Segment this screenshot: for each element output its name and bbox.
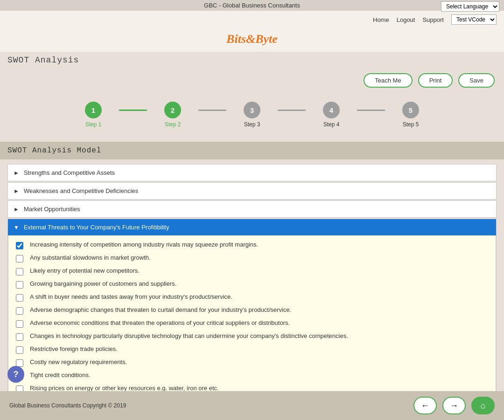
nav-bar: Home Logout Support Test VCode [0, 11, 504, 28]
step-2-circle: 2 [164, 102, 181, 118]
connector-1-2 [119, 110, 147, 111]
checklist-label-t9: Restrictive foreign trade policies. [30, 345, 118, 352]
checklist-label-t5: A shift in buyer needs and tastes away f… [30, 293, 232, 300]
chevron-down-icon: ▼ [14, 224, 19, 231]
page-title-bar: SWOT Analysis [0, 52, 504, 69]
checklist-item: Likely entry of potential new competitor… [16, 267, 488, 275]
checklist-item: Costly new regulatory requirements. [16, 358, 488, 367]
step-5-circle: 5 [402, 102, 419, 118]
footer: Global Business Consultants Copyright © … [0, 391, 504, 420]
connector-4-5 [357, 110, 385, 111]
step-3[interactable]: 3 Step 3 [226, 102, 278, 128]
checklist-item: Restrictive foreign trade policies. [16, 345, 488, 354]
step-4-circle: 4 [323, 102, 340, 118]
steps-container: 1 Step 1 2 Step 2 3 Step 3 4 Step 4 [0, 92, 504, 142]
checklist-label-t11: Tight credit conditions. [30, 372, 91, 379]
checklist-label-t3: Likely entry of potential new competitor… [30, 267, 140, 274]
back-button[interactable]: ← [413, 397, 437, 414]
top-bar: GBC - Global Business Consultants Select… [0, 0, 504, 11]
accordion-opportunities-label: Market Opportunities [24, 206, 80, 213]
accordion-weaknesses-label: Weaknesses and Competitive Deficiencies [24, 187, 138, 194]
step-5[interactable]: 5 Step 5 [385, 102, 436, 128]
checklist-item: Growing bargaining power of customers an… [16, 280, 488, 289]
checklist-item: Tight credit conditions. [16, 372, 488, 380]
language-dropdown[interactable]: Select Language [441, 1, 499, 12]
save-button[interactable]: Save [458, 73, 495, 88]
step-3-label: Step 3 [244, 121, 260, 128]
checklist-label-t12: Rising prices on energy or other key res… [30, 385, 219, 392]
brand-name: Bits&Byte [226, 32, 278, 46]
footer-nav: ← → ⌂ [413, 397, 495, 414]
step-3-circle: 3 [244, 102, 260, 118]
language-selector[interactable]: Select Language [441, 1, 499, 12]
steps-row: 1 Step 1 2 Step 2 3 Step 3 4 Step 4 [68, 102, 436, 128]
checklist-checkbox-t8[interactable] [16, 333, 23, 341]
page-title: SWOT Analysis [7, 55, 79, 65]
connector-2-3 [198, 110, 226, 111]
step-5-label: Step 5 [403, 121, 419, 128]
checklist-item: Increasing intensity of competition amon… [16, 241, 488, 249]
accordion-opportunities-header[interactable]: ► Market Opportunities [8, 201, 496, 217]
checklist-label-t2: Any substantial slowdowns in market grow… [30, 254, 151, 261]
content-area: ► Strengths and Competitive Assets ► Wea… [0, 159, 504, 420]
user-dropdown[interactable]: Test VCode [451, 14, 497, 25]
checklist-item: Changes in technology particularly disru… [16, 332, 488, 341]
accordion-opportunities: ► Market Opportunities [7, 200, 497, 218]
checklist-label-t10: Costly new regulatory requirements. [30, 358, 127, 365]
support-link[interactable]: Support [422, 16, 444, 23]
accordion-threats: ▼ External Threats to Your Company's Fut… [7, 219, 497, 420]
action-buttons-row: Teach Me Print Save [0, 69, 504, 92]
print-button[interactable]: Print [418, 73, 453, 88]
checklist-checkbox-t6[interactable] [16, 307, 23, 315]
checklist-label-t6: Adverse demographic changes that threate… [30, 306, 291, 313]
checklist-checkbox-t7[interactable] [16, 320, 23, 328]
forward-arrow-icon: → [450, 401, 458, 411]
checklist-label-t4: Growing bargaining power of customers an… [30, 280, 176, 287]
checklist-checkbox-t9[interactable] [16, 346, 23, 354]
section-header-text: SWOT Analysis Model [7, 146, 101, 155]
chevron-right-icon: ► [14, 170, 19, 176]
step-4[interactable]: 4 Step 4 [306, 102, 357, 128]
checklist-item: Adverse demographic changes that threate… [16, 306, 488, 315]
teach-me-button[interactable]: Teach Me [364, 73, 412, 88]
logout-link[interactable]: Logout [397, 16, 415, 23]
footer-copyright: Global Business Consultants Copyright © … [9, 402, 126, 409]
checklist-item: A shift in buyer needs and tastes away f… [16, 293, 488, 302]
section-header: SWOT Analysis Model [0, 142, 504, 159]
accordion-weaknesses: ► Weaknesses and Competitive Deficiencie… [7, 182, 497, 200]
step-2-label: Step 2 [165, 121, 181, 128]
checklist-area: Increasing intensity of competition amon… [8, 235, 496, 404]
user-selector[interactable]: Test VCode [451, 14, 497, 25]
step-4-label: Step 4 [323, 121, 340, 128]
checklist-label-t8: Changes in technology particularly disru… [30, 332, 348, 339]
help-button[interactable]: ? [7, 366, 24, 383]
home-link[interactable]: Home [373, 16, 389, 23]
step-2[interactable]: 2 Step 2 [147, 102, 198, 128]
step-1-label: Step 1 [85, 121, 102, 128]
step-1[interactable]: 1 Step 1 [68, 102, 119, 128]
checklist-checkbox-t1[interactable] [16, 242, 23, 249]
checklist-checkbox-t3[interactable] [16, 268, 23, 275]
accordion-threats-header[interactable]: ▼ External Threats to Your Company's Fut… [8, 219, 496, 235]
home-icon: ⌂ [481, 401, 486, 411]
checklist-item: Adverse economic conditions that threate… [16, 319, 488, 328]
app-title: GBC - Global Business Consultants [204, 2, 300, 9]
connector-3-4 [278, 110, 306, 111]
home-button[interactable]: ⌂ [471, 397, 495, 414]
checklist-checkbox-t2[interactable] [16, 255, 23, 262]
brand-bar: Bits&Byte [0, 28, 504, 52]
accordion-strengths-header[interactable]: ► Strengths and Competitive Assets [8, 165, 496, 181]
checklist-label-t1: Increasing intensity of competition amon… [30, 241, 258, 248]
accordion-strengths-label: Strengths and Competitive Assets [24, 169, 115, 176]
accordion-threats-label: External Threats to Your Company's Futur… [24, 224, 169, 231]
checklist-checkbox-t5[interactable] [16, 294, 23, 302]
step-1-circle: 1 [85, 102, 102, 118]
accordion-strengths: ► Strengths and Competitive Assets [7, 164, 497, 181]
chevron-right-icon-2: ► [14, 188, 19, 194]
checklist-item: Any substantial slowdowns in market grow… [16, 254, 488, 262]
chevron-right-icon-3: ► [14, 206, 19, 213]
checklist-checkbox-t4[interactable] [16, 281, 23, 289]
forward-button[interactable]: → [442, 397, 466, 414]
accordion-weaknesses-header[interactable]: ► Weaknesses and Competitive Deficiencie… [8, 183, 496, 199]
checklist-label-t7: Adverse economic conditions that threate… [30, 319, 290, 326]
